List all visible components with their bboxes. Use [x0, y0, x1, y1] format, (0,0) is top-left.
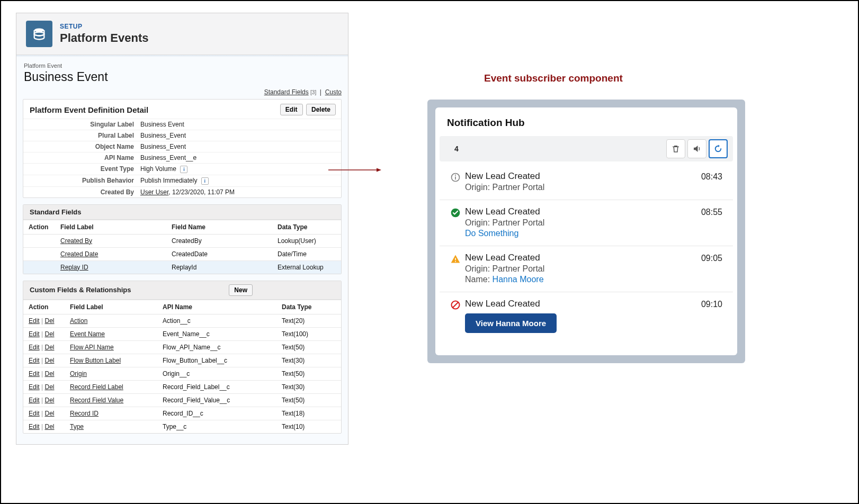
table-row: Edit | DelRecord Field LabelRecord_Field…: [23, 380, 341, 393]
sound-icon-button[interactable]: [687, 139, 706, 158]
edit-link[interactable]: Edit: [29, 397, 40, 404]
del-link[interactable]: Del: [44, 397, 54, 404]
notification-item: New Lead CreatedOrigin: Partner PortalNa…: [440, 246, 733, 292]
edit-link[interactable]: Edit: [29, 344, 40, 351]
notification-subtitle: Origin: Partner Portal: [465, 264, 701, 274]
edit-link[interactable]: Edit: [29, 330, 40, 338]
notification-time: 08:43: [701, 171, 722, 182]
object-name: Business Event: [23, 70, 342, 84]
definition-value: Business_Event__e: [137, 152, 341, 164]
edit-button[interactable]: Edit: [280, 104, 303, 115]
right-title: Event subscriber component: [484, 73, 623, 84]
notification-list: New Lead CreatedOrigin: Partner Portal08…: [435, 165, 737, 340]
setup-title: Platform Events: [60, 31, 149, 45]
del-link[interactable]: Del: [44, 317, 54, 325]
del-link[interactable]: Del: [44, 423, 54, 430]
del-link[interactable]: Del: [44, 370, 54, 377]
table-row: Edit | DelRecord IDRecord_ID__cText(18): [23, 407, 341, 420]
notification-title: New Lead Created: [465, 299, 701, 309]
custom-fields-title: Custom Fields & Relationships: [30, 286, 131, 294]
definition-table: Singular LabelBusiness EventPlural Label…: [23, 119, 341, 197]
field-label-link[interactable]: Record Field Label: [70, 383, 123, 391]
definition-label: Object Name: [23, 141, 137, 152]
link-custom-fields[interactable]: Custo: [325, 88, 342, 96]
custom-fields-table: ActionField LabelAPI NameData TypeEdit |…: [23, 300, 341, 433]
del-link[interactable]: Del: [44, 330, 54, 338]
notification-subtitle: Origin: Partner Portal: [465, 183, 701, 192]
del-link[interactable]: Del: [44, 357, 54, 364]
field-label-link[interactable]: Record ID: [70, 410, 99, 417]
edit-link[interactable]: Edit: [29, 370, 40, 377]
column-header: Field Label: [55, 220, 166, 234]
column-header: Action: [23, 300, 65, 314]
del-link[interactable]: Del: [44, 344, 54, 351]
svg-rect-9: [455, 258, 456, 260]
edit-link[interactable]: Edit: [29, 423, 40, 430]
notification-subtitle: Origin: Partner Portal: [465, 218, 701, 228]
edit-link[interactable]: Edit: [29, 357, 40, 364]
table-row: Created DateCreatedDateDate/Time: [23, 247, 341, 260]
definition-label: Event Type: [23, 164, 137, 175]
notification-hub-panel: Notification Hub 4 New Lead CreatedOrigi…: [427, 100, 745, 363]
field-label-link[interactable]: Type: [70, 423, 84, 430]
field-label-link[interactable]: Record Field Value: [70, 397, 123, 404]
table-row: Created ByCreatedByLookup(User): [23, 234, 341, 247]
field-label-link[interactable]: Flow Button Label: [70, 357, 121, 364]
del-link[interactable]: Del: [44, 383, 54, 391]
edit-link[interactable]: Edit: [29, 317, 40, 325]
svg-rect-6: [455, 176, 456, 179]
notification-item: New Lead CreatedOrigin: Partner Portal08…: [440, 165, 733, 200]
svg-point-7: [455, 175, 456, 176]
definition-value: Publish Immediately i: [137, 175, 341, 186]
field-label-link[interactable]: Replay ID: [60, 264, 88, 271]
definition-value: User User, 12/23/2020, 11:07 PM: [137, 186, 341, 197]
definition-value: Business_Event: [137, 141, 341, 152]
info-icon[interactable]: i: [201, 177, 209, 185]
definition-label: Singular Label: [23, 119, 137, 130]
field-label-link[interactable]: Created By: [60, 237, 92, 245]
svg-line-12: [453, 302, 458, 308]
setup-banner: SETUP Platform Events: [16, 13, 348, 55]
table-row: Edit | DelEvent NameEvent_Name__cText(10…: [23, 327, 341, 340]
column-header: Field Label: [65, 300, 157, 314]
field-label-link[interactable]: Flow API Name: [70, 344, 114, 351]
notification-record-link[interactable]: Hanna Moore: [493, 275, 544, 284]
edit-link[interactable]: Edit: [29, 410, 40, 417]
delete-button[interactable]: Delete: [306, 104, 336, 115]
new-button[interactable]: New: [229, 284, 253, 296]
definition-label: Publish Behavior: [23, 175, 137, 186]
table-row: Replay IDReplayIdExternal Lookup: [23, 260, 341, 274]
user-link[interactable]: User User: [140, 188, 168, 196]
definition-detail-section: Platform Event Definition Detail Edit De…: [23, 99, 342, 198]
definition-value: Business_Event: [137, 130, 341, 141]
block-icon: [450, 299, 465, 312]
link-standard-fields[interactable]: Standard Fields: [264, 88, 309, 96]
standard-fields-title: Standard Fields: [23, 205, 341, 220]
section-links: Standard Fields [3] | Custo: [23, 84, 342, 99]
definition-label: API Name: [23, 152, 137, 164]
view-record-button[interactable]: View Hanna Moore: [465, 313, 557, 333]
platform-event-panel: SETUP Platform Events Platform Event Bus…: [16, 13, 348, 445]
trash-icon-button[interactable]: [666, 139, 685, 158]
notification-time: 09:05: [701, 253, 722, 263]
notification-title: New Lead Created: [465, 253, 701, 263]
field-label-link[interactable]: Origin: [70, 370, 87, 377]
del-link[interactable]: Del: [44, 410, 54, 417]
setup-breadcrumb: SETUP: [60, 23, 149, 30]
field-label-link[interactable]: Action: [70, 317, 87, 325]
check-icon: [450, 206, 465, 220]
edit-link[interactable]: Edit: [29, 383, 40, 391]
column-header: Field Name: [166, 220, 272, 234]
notification-title: New Lead Created: [465, 206, 701, 217]
field-label-link[interactable]: Created Date: [60, 250, 98, 258]
field-label-link[interactable]: Event Name: [70, 330, 105, 338]
refresh-icon-button[interactable]: [709, 139, 728, 158]
info-icon[interactable]: i: [180, 166, 187, 173]
notification-item: New Lead CreatedOrigin: Partner PortalDo…: [440, 200, 733, 246]
database-icon: [26, 21, 52, 47]
hub-toolbar: 4: [440, 136, 733, 161]
svg-marker-4: [718, 145, 720, 148]
notification-link[interactable]: Do Something: [465, 229, 518, 238]
column-header: Action: [23, 220, 55, 234]
svg-point-1: [34, 32, 44, 36]
